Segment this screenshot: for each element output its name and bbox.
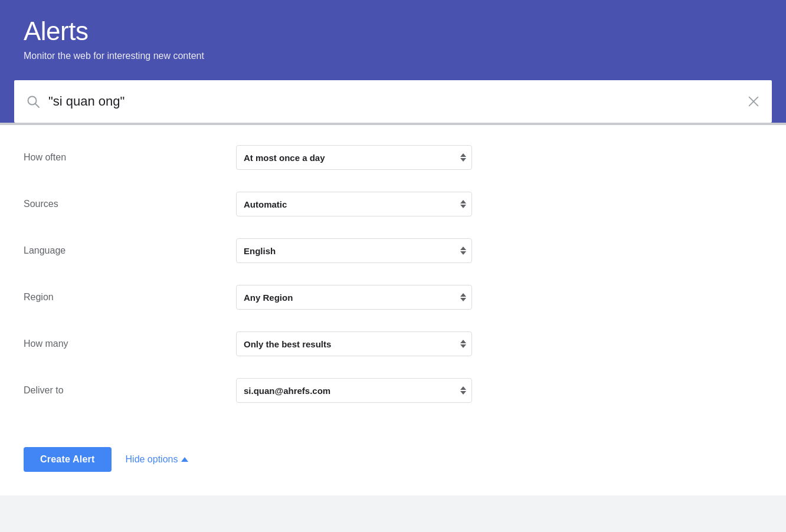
- create-alert-button[interactable]: Create Alert: [24, 447, 112, 472]
- language-select-wrapper[interactable]: English Any Language Spanish French Germ…: [236, 238, 472, 263]
- how-many-select-wrapper[interactable]: Only the best results All results: [236, 331, 472, 356]
- region-select-wrapper[interactable]: Any Region United States United Kingdom …: [236, 285, 472, 310]
- sources-select-wrapper[interactable]: Automatic News Blogs Web Video Books Dis…: [236, 192, 472, 216]
- options-panel: How often At most once a day As it happe…: [0, 125, 786, 435]
- page-title: Alerts: [24, 17, 762, 46]
- deliver-to-row: Deliver to si.quan@ahrefs.com: [24, 367, 762, 414]
- hide-options-label: Hide options: [126, 454, 178, 465]
- bottom-spacer: [0, 472, 786, 495]
- how-often-label: How often: [24, 152, 236, 163]
- footer: Create Alert Hide options: [0, 435, 786, 472]
- search-bar: [14, 80, 772, 123]
- region-label: Region: [24, 292, 236, 303]
- hide-options-link[interactable]: Hide options: [126, 454, 189, 465]
- how-often-select[interactable]: At most once a day As it happens At most…: [236, 145, 472, 170]
- language-row: Language English Any Language Spanish Fr…: [24, 228, 762, 274]
- region-select[interactable]: Any Region United States United Kingdom …: [236, 285, 472, 310]
- language-label: Language: [24, 245, 236, 256]
- clear-icon[interactable]: [747, 95, 760, 108]
- region-row: Region Any Region United States United K…: [24, 274, 762, 321]
- how-often-row: How often At most once a day As it happe…: [24, 134, 762, 181]
- deliver-to-select[interactable]: si.quan@ahrefs.com: [236, 378, 472, 403]
- sources-row: Sources Automatic News Blogs Web Video B…: [24, 181, 762, 228]
- svg-line-1: [35, 104, 40, 108]
- search-icon: [26, 94, 40, 109]
- header: Alerts Monitor the web for interesting n…: [0, 0, 786, 80]
- page-subtitle: Monitor the web for interesting new cont…: [24, 51, 762, 61]
- how-often-select-wrapper[interactable]: At most once a day As it happens At most…: [236, 145, 472, 170]
- how-many-row: How many Only the best results All resul…: [24, 321, 762, 367]
- how-many-select[interactable]: Only the best results All results: [236, 331, 472, 356]
- deliver-to-select-wrapper[interactable]: si.quan@ahrefs.com: [236, 378, 472, 403]
- collapse-icon: [181, 457, 188, 462]
- search-input[interactable]: [48, 94, 747, 109]
- deliver-to-label: Deliver to: [24, 385, 236, 396]
- language-select[interactable]: English Any Language Spanish French Germ…: [236, 238, 472, 263]
- how-many-label: How many: [24, 339, 236, 349]
- sources-select[interactable]: Automatic News Blogs Web Video Books Dis…: [236, 192, 472, 216]
- search-bar-wrapper: [0, 80, 786, 123]
- sources-label: Sources: [24, 199, 236, 209]
